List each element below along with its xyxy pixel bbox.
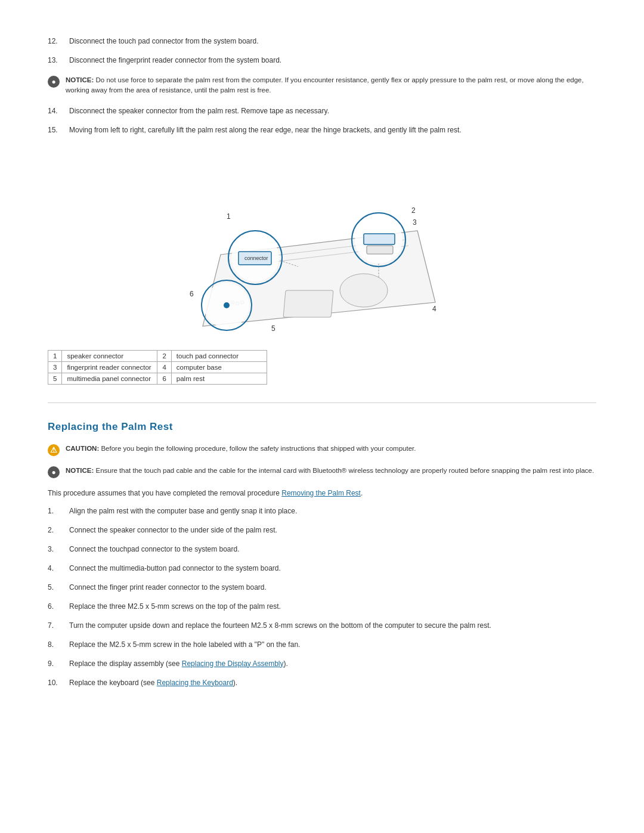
step-number: 10.	[48, 677, 69, 688]
procedure-intro: This procedure assumes that you have com…	[48, 488, 596, 498]
step-13: 13. Disconnect the fingerprint reader co…	[48, 55, 596, 66]
replace-step-4: 4. Connect the multimedia-button pad con…	[48, 563, 596, 574]
svg-text:2: 2	[411, 206, 416, 215]
part-num-6: 6	[157, 373, 171, 384]
step-text: Align the palm rest with the computer ba…	[69, 506, 596, 516]
notice-replacing-body-text: Ensure that the touch pad cable and the …	[95, 467, 594, 474]
step-number: 14.	[48, 106, 69, 116]
replace-step-6: 6. Replace the three M2.5 x 5-mm screws …	[48, 601, 596, 612]
part-num-3: 3	[48, 361, 62, 373]
notice-icon: ●	[48, 76, 60, 88]
step-text: Connect the speaker connector to the und…	[69, 525, 596, 535]
part-label-1: speaker connector	[62, 350, 157, 361]
svg-text:1: 1	[227, 212, 231, 221]
svg-text:connector: connector	[244, 255, 268, 261]
step-number: 2.	[48, 525, 69, 535]
step-number: 8.	[48, 639, 69, 650]
section-divider	[48, 402, 596, 403]
table-row: 3 fingerprint reader connector 4 compute…	[48, 361, 267, 373]
step-text: Connect the multimedia-button pad connec…	[69, 563, 596, 574]
step-number: 3.	[48, 544, 69, 555]
svg-text:5: 5	[271, 324, 275, 333]
replacing-keyboard-link[interactable]: Replacing the Keyboard	[157, 679, 233, 687]
diagram-area: 1 connector 2 3 6 4 5	[48, 147, 596, 338]
replace-step-5: 5. Connect the finger print reader conne…	[48, 582, 596, 593]
part-num-2: 2	[157, 350, 171, 361]
replace-step-9: 9. Replace the display assembly (see Rep…	[48, 658, 596, 669]
svg-text:6: 6	[190, 290, 194, 298]
step-text: Replace the M2.5 x 5-mm screw in the hol…	[69, 639, 596, 650]
caution-box: ⚠ CAUTION: Before you begin the followin…	[48, 444, 596, 456]
step-15: 15. Moving from left to right, carefully…	[48, 125, 596, 135]
step-number: 7.	[48, 620, 69, 631]
step-text: Moving from left to right, carefully lif…	[69, 125, 596, 135]
step-number: 1.	[48, 506, 69, 516]
step-text: Connect the finger print reader connecto…	[69, 582, 596, 593]
notice-replacing: ● NOTICE: Ensure that the touch pad cabl…	[48, 466, 596, 478]
step-number: 6.	[48, 601, 69, 612]
step-number: 13.	[48, 55, 69, 66]
svg-rect-16	[367, 246, 393, 254]
part-label-5: multimedia panel connector	[62, 373, 157, 384]
procedure-intro-text: This procedure assumes that you have com…	[48, 489, 281, 497]
step-number: 5.	[48, 582, 69, 593]
parts-diagram: 1 connector 2 3 6 4 5	[167, 147, 477, 338]
step-14: 14. Disconnect the speaker connector fro…	[48, 106, 596, 116]
replace-step-8: 8. Replace the M2.5 x 5-mm screw in the …	[48, 639, 596, 650]
notice-body: Do not use force to separate the palm re…	[66, 76, 584, 94]
part-num-5: 5	[48, 373, 62, 384]
notice-replacing-text: NOTICE: Ensure that the touch pad cable …	[66, 466, 594, 476]
part-num-1: 1	[48, 350, 62, 361]
part-label-3: fingerprint reader connector	[62, 361, 157, 373]
svg-point-4	[340, 274, 388, 307]
step-text: Turn the computer upside down and replac…	[69, 620, 596, 631]
caution-icon: ⚠	[48, 444, 60, 456]
step-text: Disconnect the fingerprint reader connec…	[69, 55, 596, 66]
svg-rect-3	[283, 290, 333, 317]
replacing-display-assembly-link[interactable]: Replacing the Display Assembly	[182, 659, 284, 668]
notice-icon-replacing: ●	[48, 466, 60, 478]
table-row: 1 speaker connector 2 touch pad connecto…	[48, 350, 267, 361]
section-title: Replacing the Palm Rest	[48, 421, 596, 433]
replace-step-3: 3. Connect the touchpad connector to the…	[48, 544, 596, 555]
part-label-6: palm rest	[171, 373, 267, 384]
part-num-4: 4	[157, 361, 171, 373]
table-row: 5 multimedia panel connector 6 palm rest	[48, 373, 267, 384]
notice-force-text: NOTICE: Do not use force to separate the…	[66, 75, 596, 96]
svg-text:3: 3	[413, 218, 417, 227]
svg-text:4: 4	[432, 305, 436, 313]
svg-rect-15	[364, 234, 395, 244]
step-text: Replace the display assembly (see Replac…	[69, 658, 596, 669]
step-text: Replace the three M2.5 x 5-mm screws on …	[69, 601, 596, 612]
replace-step-2: 2. Connect the speaker connector to the …	[48, 525, 596, 535]
parts-table: 1 speaker connector 2 touch pad connecto…	[48, 350, 267, 385]
step-text: Replace the keyboard (see Replacing the …	[69, 677, 596, 688]
step-number: 12.	[48, 36, 69, 47]
caution-body-text: Before you begin the following procedure…	[101, 445, 416, 452]
replace-step-7: 7. Turn the computer upside down and rep…	[48, 620, 596, 631]
step-text: Connect the touchpad connector to the sy…	[69, 544, 596, 555]
step-text: Disconnect the touch pad connector from …	[69, 36, 596, 47]
part-label-4: computer base	[171, 361, 267, 373]
removing-palm-rest-link[interactable]: Removing the Palm Rest	[281, 489, 361, 497]
step-number: 15.	[48, 125, 69, 135]
caution-text: CAUTION: Before you begin the following …	[66, 444, 416, 454]
replace-step-10: 10. Replace the keyboard (see Replacing …	[48, 677, 596, 688]
notice-label: NOTICE:	[66, 76, 94, 83]
caution-label: CAUTION:	[66, 445, 99, 452]
notice-replacing-label: NOTICE:	[66, 467, 94, 474]
part-label-2: touch pad connector	[171, 350, 267, 361]
step-number: 4.	[48, 563, 69, 574]
step-text: Disconnect the speaker connector from th…	[69, 106, 596, 116]
step-12: 12. Disconnect the touch pad connector f…	[48, 36, 596, 47]
step-number: 9.	[48, 658, 69, 669]
svg-point-19	[224, 302, 230, 308]
notice-force: ● NOTICE: Do not use force to separate t…	[48, 75, 596, 96]
replace-step-1: 1. Align the palm rest with the computer…	[48, 506, 596, 516]
